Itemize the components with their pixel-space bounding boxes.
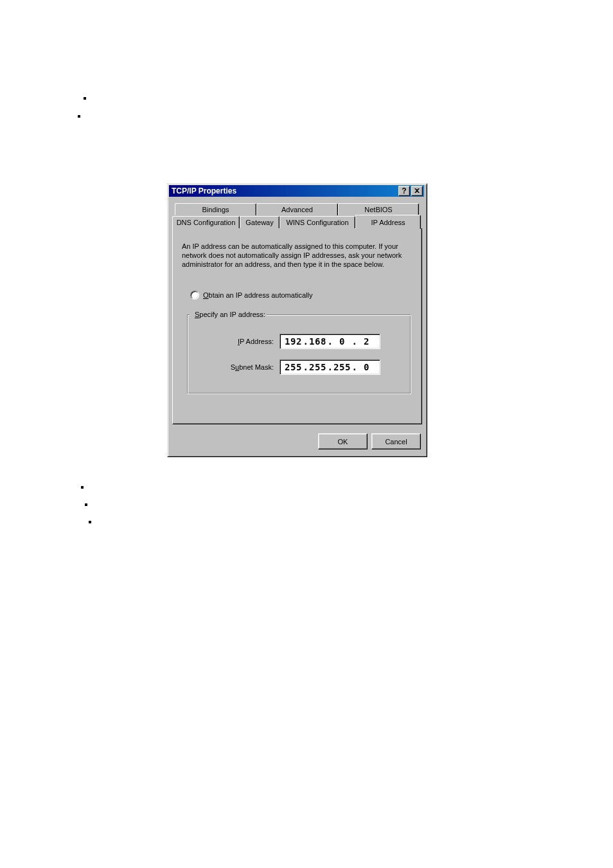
- tab-bindings[interactable]: Bindings: [175, 203, 256, 215]
- tab-dns-configuration[interactable]: DNS Configuration: [172, 216, 240, 228]
- subnet-mask-input[interactable]: 255. 255. 255. 0: [280, 359, 380, 375]
- help-text: An IP address can be automatically assig…: [182, 242, 413, 269]
- titlebar[interactable]: TCP/IP Properties ?: [169, 185, 424, 197]
- ok-button[interactable]: OK: [318, 433, 368, 449]
- bullet-decoration: [78, 115, 80, 118]
- cancel-button[interactable]: Cancel: [371, 433, 421, 449]
- help-button[interactable]: ?: [398, 186, 410, 196]
- radio-obtain-label: Obtain an IP address automatically: [203, 291, 312, 299]
- tab-ip-address[interactable]: IP Address: [355, 215, 421, 229]
- tab-wins-configuration[interactable]: WINS Configuration: [280, 216, 355, 228]
- bullet-decoration: [85, 503, 87, 506]
- radio-specify-ip[interactable]: Specify an IP address:: [190, 310, 267, 319]
- bullet-decoration: [84, 97, 86, 100]
- tab-advanced[interactable]: Advanced: [256, 203, 338, 215]
- subnet-mask-label: Subnet Mask:: [209, 363, 274, 371]
- close-button[interactable]: [411, 186, 423, 196]
- radio-specify-label: Specify an IP address:: [195, 311, 265, 318]
- specify-group-frame: [187, 314, 411, 394]
- dialog-title: TCP/IP Properties: [172, 186, 398, 195]
- radio-icon: [190, 291, 199, 300]
- bullet-decoration: [89, 521, 91, 523]
- ip-address-input[interactable]: 192. 168. 0. 2: [280, 334, 380, 349]
- bullet-decoration: [81, 486, 84, 489]
- ip-address-label: IP Address:: [209, 338, 274, 345]
- tcpip-properties-dialog: TCP/IP Properties ? Bindings Advanced Ne…: [167, 183, 427, 457]
- tab-netbios[interactable]: NetBIOS: [338, 203, 419, 215]
- radio-obtain-ip[interactable]: Obtain an IP address automatically: [190, 291, 312, 300]
- tab-gateway[interactable]: Gateway: [240, 216, 280, 228]
